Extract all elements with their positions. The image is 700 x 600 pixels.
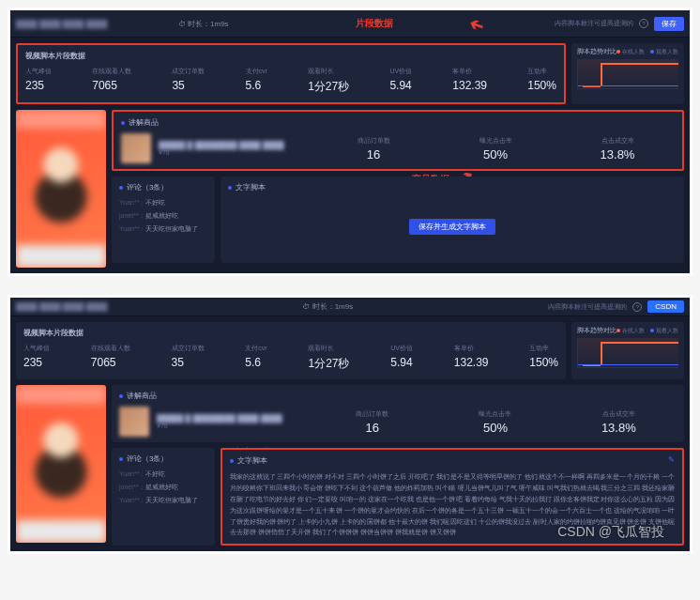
metric-orders: 成交订单数35 [172, 344, 205, 372]
metric-uv: UV价值5.94 [389, 67, 412, 95]
video-thumbnail[interactable] [16, 385, 106, 543]
product-price: ¥78 [157, 423, 307, 429]
product-metric-cvr: 点击成交率13.8% [560, 136, 675, 162]
comments-card: 评论（3条） Yuan**：不好吃 janet**：挺咸就好吃 Yuan**：天… [112, 177, 215, 263]
watermark: CSDN @飞瓜智投 [557, 524, 664, 541]
product-price: ¥78 [159, 149, 309, 156]
script-title: 文字脚本 [228, 182, 677, 192]
product-card: 讲解商品 █████ █ ████████ ████ ████ ¥78 商品订单… [112, 110, 684, 171]
metric-peak: 人气峰值235 [23, 344, 50, 372]
duration: ⏱ 时长：1m9s [178, 19, 229, 29]
metric-engage: 互动率150% [527, 67, 556, 95]
metric-viewers: 在线观看人数7065 [91, 344, 130, 372]
trend-chart-card: 脚本趋势对比 在线人数 观看人数 [571, 43, 684, 104]
product-image[interactable] [119, 407, 149, 437]
duration: ⏱ 时长：1m9s [302, 301, 353, 312]
metric-viewers: 在线观看人数7065 [92, 67, 131, 95]
metric-aov: 客单价132.39 [454, 344, 489, 372]
metrics-title: 视频脚本片段数据 [25, 51, 556, 61]
generate-script-button[interactable]: 保存并生成文字脚本 [409, 219, 495, 235]
breadcrumb: ████ ████ ████ ████ [16, 302, 107, 311]
comments-title: 评论（3条） [119, 454, 207, 464]
comment-item: Yuan**：天天吃但家电脑了 [119, 224, 207, 234]
annotation-segment: 片段数据 [356, 17, 393, 30]
video-thumbnail[interactable] [16, 110, 106, 268]
comment-item: Yuan**：不好吃 [119, 469, 207, 479]
comments-title: 评论（3条） [119, 182, 207, 192]
breadcrumb: ████ ████ ████ ████ [16, 20, 107, 28]
product-name: █████ █ ████████ ████ ████ [159, 141, 309, 149]
comment-item: janet**：挺咸就好吃 [119, 211, 207, 221]
script-card: 文字脚本 保存并生成文字脚本 [221, 177, 684, 263]
trend-chart-card: 脚本趋势对比 在线人数 观看人数 [571, 322, 684, 379]
info-icon[interactable]: ? [639, 19, 648, 28]
metric-peak: 人气峰值235 [25, 67, 52, 95]
product-card: 讲解商品 █████ █ ████████ ████ ████ ¥78 商品订单… [112, 385, 684, 442]
trend-chart [577, 338, 678, 368]
header-tip: 内容脚本标注可提高提测的 [548, 302, 627, 312]
metrics-title: 视频脚本片段数据 [23, 328, 558, 338]
segment-metrics-card: 视频脚本片段数据 人气峰值235 在线观看人数7065 成交订单数35 支付cv… [16, 43, 566, 104]
chart-title: 脚本趋势对比 [577, 47, 616, 56]
product-section-label: 讲解商品 [119, 391, 677, 401]
product-name: █████ █ ████████ ████ ████ [157, 414, 307, 423]
save-button[interactable]: 保存 [654, 17, 684, 31]
info-icon[interactable]: ? [632, 302, 642, 312]
metric-orders: 成交订单数35 [172, 67, 205, 95]
metric-cvr: 支付cvr5.6 [246, 67, 267, 95]
legend-online: 在线人数 [616, 48, 645, 56]
product-section-label: 讲解商品 [121, 117, 675, 128]
metric-cvr: 支付cvr5.6 [245, 344, 266, 372]
product-metric-orders: 商品订单数16 [316, 136, 431, 162]
legend-online: 在线人数 [616, 327, 645, 335]
product-image[interactable] [121, 133, 151, 163]
metric-watch: 观看时长1分27秒 [308, 67, 349, 95]
topbar: ████ ████ ████ ████ ⏱ 时长：1m9s 片段数据 ➔ 内容脚… [10, 10, 690, 38]
chart-title: 脚本趋势对比 [577, 326, 616, 335]
topbar: ████ ████ ████ ████ ⏱ 时长：1m9s 内容脚本标注可提高提… [10, 298, 690, 316]
edit-icon[interactable]: ✎ [668, 455, 675, 464]
header-tip: 内容脚本标注可提高提测的 [555, 19, 633, 28]
product-metric-ctr: 曝光点击率50% [438, 136, 553, 162]
comment-item: janet**：挺咸就好吃 [119, 483, 207, 492]
metric-aov: 客单价132.39 [452, 67, 487, 95]
metric-engage: 互动率150% [529, 344, 558, 372]
save-button[interactable]: CSDN [647, 300, 684, 313]
segment-metrics-card: 视频脚本片段数据 人气峰值235 在线观看人数7065 成交订单数35 支付cv… [16, 322, 566, 379]
product-metric-orders: 商品订单数16 [314, 409, 430, 435]
legend-watch: 观看人数 [650, 48, 678, 56]
product-metric-cvr: 点击成交率13.8% [561, 409, 677, 435]
metric-watch: 观看时长1分27秒 [308, 344, 349, 372]
comment-item: Yuan**：天天吃但家电脑了 [119, 496, 207, 505]
metric-uv: UV价值5.94 [390, 344, 413, 372]
comment-item: Yuan**：不好吃 [119, 198, 207, 208]
script-title: 文字脚本 [230, 455, 675, 466]
legend-watch: 观看人数 [650, 327, 678, 335]
comments-card: 评论（3条） Yuan**：不好吃 janet**：挺咸就好吃 Yuan**：天… [112, 448, 215, 546]
product-metric-ctr: 曝光点击率50% [437, 409, 553, 435]
trend-chart [577, 59, 678, 89]
